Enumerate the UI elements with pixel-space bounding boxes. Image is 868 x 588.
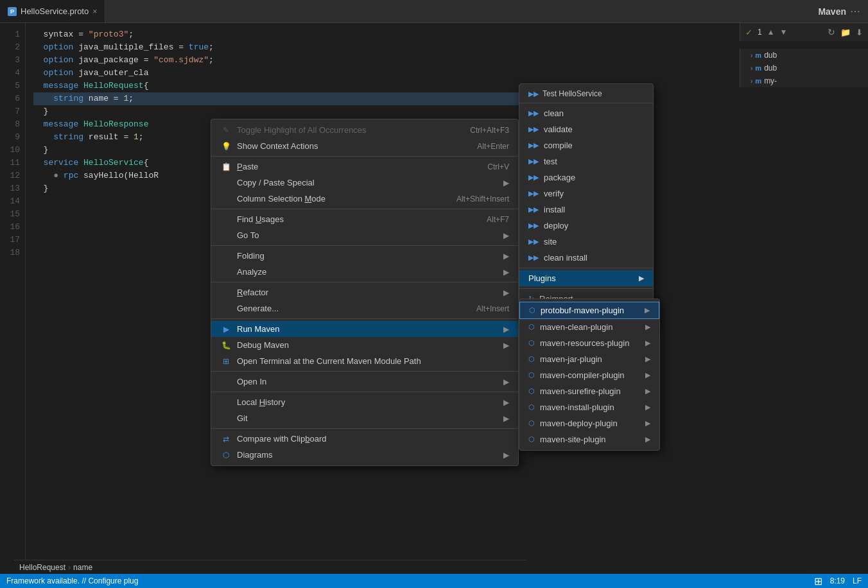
status-time: 8:19 [830,576,845,585]
lifecycle-item-compile[interactable]: ▶▶ compile [519,137,653,153]
menu-item-debug-maven[interactable]: 🐛 Debug Maven ▶ [211,337,518,353]
maven-tree-item-1[interactable]: › m dub [740,49,868,62]
arrow-protobuf: ▶ [645,306,650,315]
plugin-icon-clean: ⬡ [528,323,535,331]
menu-label-show-context: Show Context Actions [237,141,472,151]
menu-item-folding[interactable]: Folding ▶ [211,248,518,264]
maven-download-icon[interactable]: ⬇ [856,28,863,37]
context-menu: ✎ Toggle Highlight of All Occurrences Ct… [211,119,519,466]
menu-item-git[interactable]: Git ▶ [211,410,518,426]
arrow-folding: ▶ [503,252,509,261]
plugin-label-clean: maven-clean-plugin [540,322,612,332]
arrow-install: ▶ [645,403,650,411]
status-right: ⊞ 8:19 LF [814,575,862,587]
plugin-item-site[interactable]: ⬡ maven-site-plugin ▶ [519,431,659,447]
maven-icon-clean: ▶▶ [528,109,539,117]
plugin-label-surefire: maven-surefire-plugin [540,386,621,396]
lifecycle-item-plugins[interactable]: Plugins ▶ [519,270,653,286]
lifecycle-item-site[interactable]: ▶▶ site [519,234,653,250]
status-line-ending: LF [853,576,862,585]
menu-label-generate: Generate... [237,304,471,313]
lifecycle-item-validate[interactable]: ▶▶ validate [519,121,653,137]
menu-item-compare-clipboard[interactable]: ⇄ Compare with Clipboard [211,431,518,447]
shortcut-find-usages: Alt+F7 [487,215,509,224]
maven-item-label-2: dub [764,64,777,73]
menu-item-column-mode[interactable]: Column Selection Mode Alt+Shift+Insert [211,191,518,207]
chevron-icon-1: › [751,52,752,59]
maven-up-icon[interactable]: ▲ [767,28,775,37]
menu-item-run-maven[interactable]: ▶ Run Maven ▶ [211,321,518,337]
menu-item-analyze[interactable]: Analyze ▶ [211,264,518,280]
breadcrumb-part-1[interactable]: HelloRequest [19,563,65,572]
maven-item-label-1: dub [764,51,777,60]
menu-label-compare-clipboard: Compare with Clipboard [237,434,509,444]
chevron-icon-3: › [751,78,752,85]
lifecycle-item-package[interactable]: ▶▶ package [519,169,653,186]
status-bar: Framework available. // Configure plug ⊞… [0,574,868,588]
maven-lifecycle-icon-header: ▶▶ [528,90,539,98]
plugin-item-surefire[interactable]: ⬡ maven-surefire-plugin ▶ [519,383,659,399]
active-tab[interactable]: P HelloService.proto × [0,0,105,22]
maven-refresh-icon[interactable]: ↻ [828,27,835,37]
menu-item-find-usages[interactable]: Find Usages Alt+F7 [211,211,518,227]
overflow-menu-icon[interactable]: ⋯ [850,5,860,17]
bulb-icon: 💡 [220,142,232,151]
plugin-icon-protobuf: ⬡ [529,306,535,315]
lifecycle-item-clean[interactable]: ▶▶ clean [519,105,653,121]
menu-item-refactor[interactable]: Refactor ▶ [211,284,518,300]
arrow-clean: ▶ [645,323,650,331]
maven-down-icon[interactable]: ▼ [780,28,788,37]
plugin-item-clean[interactable]: ⬡ maven-clean-plugin ▶ [519,319,659,335]
arrow-run-maven: ▶ [503,325,509,334]
menu-label-open-terminal: Open Terminal at the Current Maven Modul… [237,356,509,366]
menu-item-paste[interactable]: 📋 Paste Ctrl+V [211,159,518,175]
plugin-item-jar[interactable]: ⬡ maven-jar-plugin ▶ [519,351,659,367]
menu-item-open-terminal[interactable]: ⊞ Open Terminal at the Current Maven Mod… [211,353,518,369]
lifecycle-header-label: Test HelloService [542,89,602,98]
windows-icon: ⊞ [814,575,822,587]
separator-5 [211,318,518,319]
menu-label-debug-maven: Debug Maven [237,340,498,350]
plugin-item-install[interactable]: ⬡ maven-install-plugin ▶ [519,399,659,415]
menu-item-go-to[interactable]: Go To ▶ [211,227,518,243]
maven-check-icon[interactable]: ✓ [745,28,752,37]
plugin-item-resources[interactable]: ⬡ maven-resources-plugin ▶ [519,335,659,351]
menu-label-toggle-highlight: Toggle Highlight of All Occurrences [237,125,465,135]
menu-item-open-in[interactable]: Open In ▶ [211,374,518,390]
compare-icon: ⇄ [220,435,232,444]
plugin-label-install: maven-install-plugin [540,402,614,412]
plugin-label-site: maven-site-plugin [540,435,606,444]
lifecycle-item-clean-install[interactable]: ▶▶ clean install [519,250,653,266]
tab-close-button[interactable]: × [92,7,97,16]
plugin-item-compiler[interactable]: ⬡ maven-compiler-plugin ▶ [519,367,659,383]
arrow-surefire: ▶ [645,387,650,395]
maven-icon-clean-install: ▶▶ [528,254,539,262]
plugin-label-deploy: maven-deploy-plugin [540,419,618,428]
menu-item-generate[interactable]: Generate... Alt+Insert [211,300,518,316]
lifecycle-item-install[interactable]: ▶▶ install [519,202,653,218]
lifecycle-label-plugins: Plugins [528,273,556,283]
terminal-icon: ⊞ [220,357,232,366]
maven-tree-item-2[interactable]: › m dub [740,62,868,74]
arrow-debug-maven: ▶ [503,341,509,350]
menu-item-copy-paste-special[interactable]: Copy / Paste Special ▶ [211,175,518,191]
lifecycle-header-test[interactable]: ▶▶ Test HelloService [519,87,653,101]
breadcrumb-part-2[interactable]: name [73,563,92,572]
lifecycle-item-deploy[interactable]: ▶▶ deploy [519,218,653,234]
menu-item-show-context[interactable]: 💡 Show Context Actions Alt+Enter [211,138,518,154]
lifecycle-item-verify[interactable]: ▶▶ verify [519,186,653,202]
plugin-item-deploy[interactable]: ⬡ maven-deploy-plugin ▶ [519,415,659,431]
tab-filename: HelloService.proto [21,6,89,16]
maven-tree-item-3[interactable]: › m my- [740,74,868,87]
maven-tree: › m dub › m dub › m my- [740,49,868,87]
menu-item-diagrams[interactable]: ⬡ Diagrams ▶ [211,447,518,463]
diagrams-icon: ⬡ [220,451,232,460]
plugin-label-jar: maven-jar-plugin [540,354,602,364]
arrow-local-history: ▶ [503,398,509,407]
plugin-icon-install: ⬡ [528,403,535,411]
menu-item-local-history[interactable]: Local History ▶ [211,394,518,410]
maven-folder-icon[interactable]: 📁 [840,28,851,37]
lifecycle-item-test[interactable]: ▶▶ test [519,153,653,169]
menu-item-toggle-highlight[interactable]: ✎ Toggle Highlight of All Occurrences Ct… [211,122,518,138]
plugin-item-protobuf[interactable]: ⬡ protobuf-maven-plugin ▶ [519,302,659,319]
